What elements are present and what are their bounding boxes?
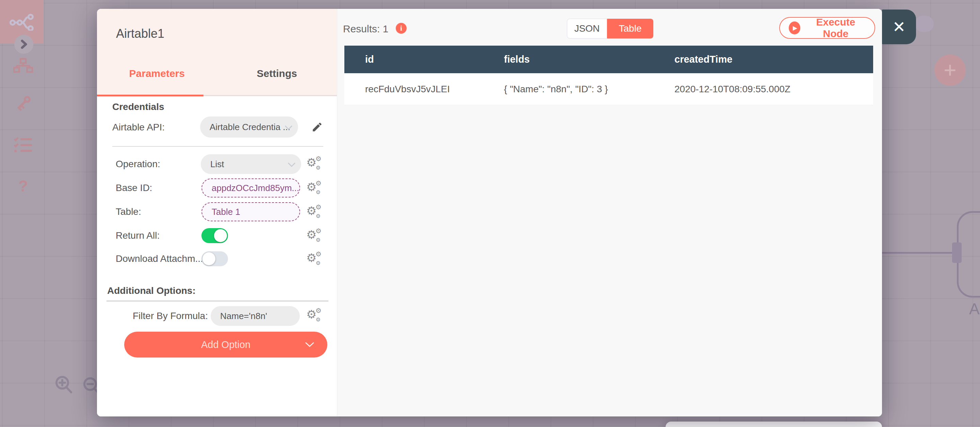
- base-id-label: Base ID:: [116, 183, 152, 193]
- node-input-connector[interactable]: [952, 242, 962, 263]
- tab-active-underline: [97, 95, 204, 96]
- base-id-value: appdzOCcJmd85ym...: [212, 183, 299, 193]
- chevron-down-icon: [288, 159, 296, 170]
- results-count: Results: 1: [343, 23, 388, 35]
- base-id-field[interactable]: appdzOCcJmd85ym...: [202, 178, 300, 198]
- panel-tabs: Parameters Settings: [97, 60, 337, 87]
- canvas-node-label: A: [969, 300, 980, 318]
- filter-by-formula-label: Filter By Formula:: [133, 311, 208, 322]
- cell-createdtime: 2020-12-10T08:09:55.000Z: [654, 73, 873, 105]
- executions-list-icon[interactable]: [13, 135, 33, 155]
- zoom-in-button[interactable]: [53, 374, 75, 396]
- play-icon: ▶: [789, 21, 800, 34]
- operation-gear-icon[interactable]: ⚙⚙⚙: [306, 155, 323, 172]
- edit-credential-icon[interactable]: [311, 121, 323, 133]
- execute-node-button[interactable]: ▶ Execute Node: [779, 17, 875, 39]
- operation-label: Operation:: [116, 159, 160, 170]
- chevron-right-icon: [19, 38, 29, 50]
- cell-id: recFduVbsvJ5vJLEI: [344, 73, 483, 105]
- chevron-down-icon: [305, 342, 314, 347]
- table-field-value: Table 1: [212, 207, 240, 217]
- close-modal-button[interactable]: ✕: [882, 10, 916, 44]
- download-gear-icon[interactable]: ⚙⚙⚙: [306, 251, 323, 267]
- section-divider: [112, 146, 323, 147]
- credentials-heading: Credentials: [112, 102, 164, 112]
- additional-options-heading: Additional Options:: [107, 285, 196, 296]
- table-gear-icon[interactable]: ⚙⚙⚙: [306, 204, 323, 220]
- view-json-button[interactable]: JSON: [567, 19, 607, 38]
- panel-header: Airtable1 Parameters Settings: [97, 9, 337, 96]
- node-title: Airtable1: [116, 27, 164, 41]
- column-header-id: id: [344, 46, 483, 73]
- operation-select-value: List: [210, 159, 224, 170]
- chevron-down-icon: [285, 122, 293, 132]
- return-all-gear-icon[interactable]: ⚙⚙⚙: [306, 228, 323, 244]
- background-pill: [915, 16, 934, 32]
- credential-select[interactable]: Airtable Credentia ...: [200, 116, 298, 137]
- operation-select[interactable]: List: [201, 154, 301, 174]
- credential-select-value: Airtable Credentia ...: [210, 122, 290, 132]
- options-divider: [107, 301, 328, 301]
- filter-gear-icon[interactable]: ⚙⚙⚙: [306, 307, 323, 323]
- n8n-logo-icon: [10, 13, 34, 31]
- help-icon[interactable]: ?: [13, 176, 33, 196]
- info-icon[interactable]: i: [396, 23, 407, 34]
- tab-parameters[interactable]: Parameters: [97, 60, 217, 87]
- table-label: Table:: [116, 206, 141, 217]
- add-option-button[interactable]: Add Option: [124, 331, 327, 357]
- base-id-gear-icon[interactable]: ⚙⚙⚙: [306, 180, 323, 196]
- tab-settings[interactable]: Settings: [217, 60, 337, 87]
- n8n-app: ? + A Airtable1 Parameter: [0, 0, 980, 427]
- view-toggle: JSON Table: [567, 19, 653, 38]
- add-option-label: Add Option: [201, 339, 250, 351]
- column-header-fields: fields: [483, 46, 654, 73]
- close-icon: ✕: [892, 18, 906, 36]
- node-details-modal: Airtable1 Parameters Settings Credential…: [97, 9, 882, 416]
- toggle-knob: [214, 229, 227, 242]
- workflows-icon[interactable]: [13, 55, 33, 76]
- bottom-card: [666, 422, 882, 427]
- execute-node-label: Execute Node: [806, 16, 865, 40]
- connection-line: [882, 252, 953, 254]
- download-attachments-toggle[interactable]: [202, 251, 228, 266]
- cell-fields: { "Name": "n8n", "ID": 3 }: [483, 73, 654, 105]
- parameters-panel: Airtable1 Parameters Settings Credential…: [97, 9, 337, 416]
- table-row[interactable]: recFduVbsvJ5vJLEI { "Name": "n8n", "ID":…: [344, 73, 873, 105]
- return-all-label: Return All:: [116, 230, 159, 241]
- filter-by-formula-field[interactable]: Name='n8n': [211, 306, 300, 326]
- filter-by-formula-value: Name='n8n': [220, 311, 267, 322]
- sidebar-expand-button[interactable]: [14, 35, 33, 54]
- toggle-knob: [202, 252, 215, 265]
- table-header-row: id fields createdTime: [344, 46, 873, 73]
- column-header-createdtime: createdTime: [654, 46, 873, 73]
- download-attachments-label: Download Attachm...: [116, 253, 203, 264]
- return-all-toggle[interactable]: [202, 228, 228, 243]
- credentials-key-icon[interactable]: [13, 93, 33, 114]
- credential-label: Airtable API:: [112, 122, 165, 133]
- table-field[interactable]: Table 1: [202, 202, 300, 221]
- results-table: id fields createdTime recFduVbsvJ5vJLEI …: [344, 46, 873, 105]
- add-node-button[interactable]: +: [934, 54, 966, 86]
- view-table-button[interactable]: Table: [607, 19, 653, 38]
